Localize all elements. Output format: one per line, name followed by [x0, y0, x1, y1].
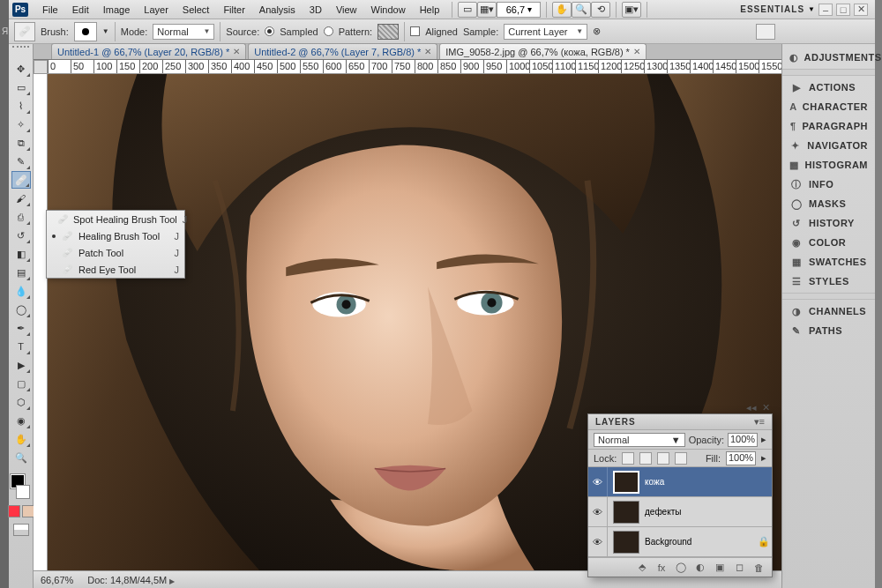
aligned-checkbox[interactable]	[410, 26, 420, 36]
blend-mode-select[interactable]: Normal▼	[594, 433, 685, 447]
brush-tool[interactable]: 🖌	[11, 190, 31, 207]
document-tab[interactable]: Untitled-2 @ 66,7% (Layer 7, RGB/8) *✕	[248, 43, 437, 59]
zoom-level-field[interactable]: 66,7 ▾	[497, 2, 541, 18]
layer-name[interactable]: Background	[645, 537, 758, 547]
menu-file[interactable]: File	[35, 0, 65, 19]
workspace-label[interactable]: ESSENTIALS	[740, 4, 804, 14]
shape-tool[interactable]: ▢	[11, 375, 31, 392]
clone-source-icon[interactable]	[756, 24, 775, 40]
delete-layer-icon[interactable]: 🗑	[752, 562, 765, 574]
menu-filter[interactable]: Filter	[216, 0, 251, 19]
panel-info[interactable]: ⓘINFO	[782, 175, 875, 194]
toolbox-grip[interactable]	[12, 46, 29, 49]
panel-actions[interactable]: ▶ACTIONS	[782, 78, 875, 97]
3d-camera-tool[interactable]: ◉	[11, 412, 31, 429]
layer-thumbnail[interactable]	[613, 471, 639, 494]
flyout-item[interactable]: 🩹Patch ToolJ	[47, 244, 184, 261]
lock-pixels-icon[interactable]	[639, 452, 652, 465]
pen-tool[interactable]: ✒	[11, 319, 31, 337]
ruler-origin[interactable]	[34, 60, 48, 74]
panel-swatches[interactable]: ▦SWATCHES	[782, 252, 875, 272]
3d-tool[interactable]: ⬡	[11, 393, 31, 411]
color-swatches[interactable]	[11, 474, 32, 499]
layer-fx-icon[interactable]: fx	[655, 562, 668, 574]
menu-window[interactable]: Window	[364, 0, 413, 19]
screen-mode-icon[interactable]: ▣▾	[622, 2, 641, 18]
menu-image[interactable]: Image	[96, 0, 138, 19]
hand-tool-icon[interactable]: ✋	[552, 2, 572, 18]
lock-transparency-icon[interactable]	[622, 452, 634, 465]
flyout-item[interactable]: 🩹Healing Brush ToolJ	[47, 227, 184, 244]
brush-dropdown-icon[interactable]: ▼	[102, 27, 109, 35]
panel-masks[interactable]: ◯MASKS	[782, 194, 875, 213]
dodge-tool[interactable]: ◯	[11, 301, 31, 318]
blur-tool[interactable]: 💧	[11, 282, 31, 300]
visibility-icon[interactable]: 👁	[588, 467, 608, 496]
tab-close-icon[interactable]: ✕	[233, 47, 240, 56]
background-color[interactable]	[16, 485, 30, 499]
pattern-swatch[interactable]	[377, 24, 399, 40]
menu-select[interactable]: Select	[176, 0, 217, 19]
menu-help[interactable]: Help	[413, 0, 447, 19]
panel-styles[interactable]: ☰STYLES	[782, 272, 875, 291]
link-layers-icon[interactable]: ⬘	[636, 562, 648, 574]
hand-tool[interactable]: ✋	[11, 430, 31, 448]
status-zoom[interactable]: 66,67%	[41, 575, 73, 585]
visibility-icon[interactable]: 👁	[588, 497, 608, 526]
opacity-chevron-icon[interactable]: ▸	[761, 434, 766, 445]
panel-paths[interactable]: ✎PATHS	[782, 321, 875, 340]
panel-history[interactable]: ↺HISTORY	[782, 213, 875, 233]
crop-tool[interactable]: ⧉	[11, 134, 31, 152]
arrange-docs-icon[interactable]: ▦▾	[477, 2, 497, 18]
move-tool[interactable]: ✥	[11, 60, 31, 78]
minimize-button[interactable]: –	[818, 4, 833, 16]
eyedropper-tool[interactable]: ✎	[11, 153, 31, 170]
menu-layer[interactable]: Layer	[137, 0, 176, 19]
tab-close-icon[interactable]: ✕	[633, 47, 640, 56]
panel-adjustments[interactable]: ◐ADJUSTMENTS	[782, 48, 875, 67]
fill-field[interactable]: 100%	[726, 451, 756, 465]
menu-view[interactable]: View	[329, 0, 364, 19]
marquee-tool[interactable]: ▭	[11, 78, 31, 96]
maximize-button[interactable]: □	[836, 4, 850, 16]
visibility-icon[interactable]: 👁	[588, 527, 608, 556]
source-pattern-radio[interactable]	[324, 26, 333, 36]
panel-histogram[interactable]: ▩HISTOGRAM	[782, 155, 875, 175]
panel-color[interactable]: ◉COLOR	[782, 233, 875, 252]
magic-wand-tool[interactable]: ✧	[11, 115, 31, 133]
swatch-2[interactable]	[22, 505, 34, 517]
adjustment-layer-icon[interactable]: ◐	[694, 562, 706, 574]
layer-name[interactable]: кожа	[645, 477, 772, 487]
layer-row[interactable]: 👁Background🔒	[588, 527, 772, 557]
flyout-item[interactable]: 🩹Red Eye ToolJ	[47, 261, 184, 278]
type-tool[interactable]: T	[11, 338, 31, 355]
document-tab[interactable]: IMG_9058-2.jpg @ 66,7% (кожа, RGB/8) *✕	[439, 43, 647, 59]
source-sampled-radio[interactable]	[265, 26, 274, 36]
new-layer-icon[interactable]: ◻	[733, 562, 745, 574]
clone-stamp-tool[interactable]: ⎙	[11, 208, 31, 226]
eraser-tool[interactable]: ◧	[11, 245, 31, 263]
rotate-view-icon[interactable]: ⟲	[591, 2, 610, 18]
flyout-item[interactable]: 🩹Spot Healing Brush ToolJ	[47, 211, 184, 227]
tab-close-icon[interactable]: ✕	[424, 47, 431, 56]
menu-3d[interactable]: 3D	[303, 0, 329, 19]
panel-character[interactable]: ACHARACTER	[782, 97, 875, 116]
status-doc[interactable]: Doc: 14,8M/44,5M ▶	[87, 575, 175, 585]
panel-channels[interactable]: ◑CHANNELS	[782, 301, 875, 321]
healing-brush-tool[interactable]: 🩹	[11, 171, 31, 189]
current-tool-icon[interactable]: 🩹	[14, 22, 35, 41]
layer-name[interactable]: дефекты	[645, 507, 772, 517]
launch-bridge-icon[interactable]: ▭	[458, 2, 477, 18]
quick-mask-toggle[interactable]	[13, 524, 29, 536]
document-tab[interactable]: Untitled-1 @ 66,7% (Layer 20, RGB/8) *✕	[51, 43, 246, 59]
zoom-tool[interactable]: 🔍	[11, 449, 31, 466]
panel-paragraph[interactable]: ¶PARAGRAPH	[782, 116, 875, 136]
workspace-chevron-icon[interactable]: ▼	[808, 5, 815, 13]
fill-chevron-icon[interactable]: ▸	[761, 452, 766, 464]
layers-panel-controls[interactable]: ◂◂✕	[746, 402, 770, 413]
close-button[interactable]: ✕	[854, 4, 868, 16]
sample-dropdown[interactable]: Current Layer▼	[504, 24, 587, 40]
menu-edit[interactable]: Edit	[65, 0, 96, 19]
layer-row[interactable]: 👁кожа	[588, 467, 772, 497]
lasso-tool[interactable]: ⌇	[11, 97, 31, 115]
